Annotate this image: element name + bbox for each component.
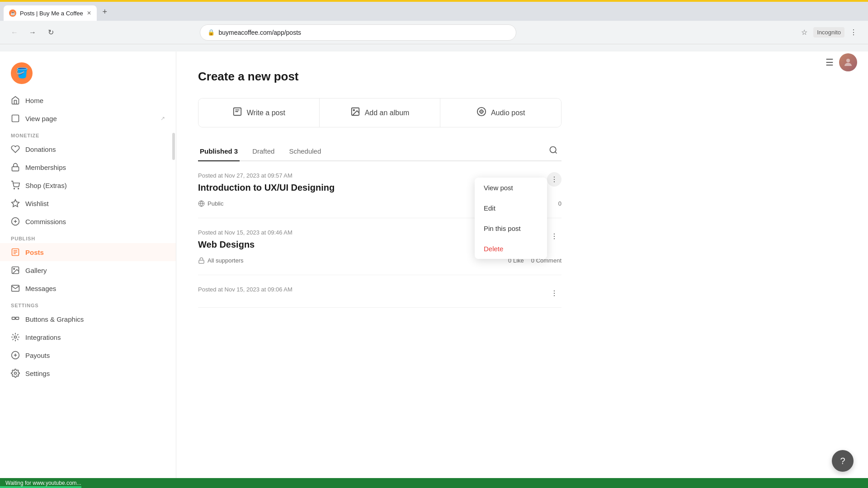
svg-rect-15: [16, 317, 19, 319]
like-count: 0: [558, 200, 561, 207]
tab-drafted[interactable]: Drafted: [250, 142, 276, 161]
sidebar-item-messages[interactable]: Messages: [0, 279, 176, 297]
post-stats: 0: [558, 200, 561, 207]
svg-rect-14: [12, 317, 15, 319]
close-tab-icon[interactable]: ✕: [87, 10, 91, 16]
svg-point-2: [14, 188, 15, 189]
sidebar-item-donations[interactable]: Donations: [0, 140, 176, 158]
heart-icon: [11, 145, 20, 154]
lock-icon: [198, 257, 205, 264]
lock-icon: 🔒: [208, 29, 215, 36]
svg-marker-4: [12, 200, 19, 207]
tab-scheduled[interactable]: Scheduled: [287, 142, 323, 161]
svg-point-36: [554, 234, 555, 235]
sidebar-item-wishlist[interactable]: Wishlist: [0, 194, 176, 212]
bookmark-icon[interactable]: ☆: [797, 25, 811, 40]
svg-rect-35: [199, 260, 204, 263]
more-options-button[interactable]: [547, 172, 561, 187]
sidebar-item-view-page[interactable]: View page ↗: [0, 109, 176, 127]
more-options-button[interactable]: [547, 229, 561, 244]
add-album-label: Add an album: [365, 109, 410, 117]
svg-point-34: [554, 181, 555, 182]
posts-icon: [11, 248, 20, 257]
help-button[interactable]: ?: [832, 450, 854, 472]
search-posts-button[interactable]: [545, 142, 561, 160]
globe-icon: [198, 200, 205, 207]
menu-icon[interactable]: ⋮: [846, 25, 861, 40]
sidebar-item-buttons-graphics[interactable]: Buttons & Graphics: [0, 310, 176, 328]
integrations-icon: [11, 333, 20, 342]
more-options-button[interactable]: [547, 286, 561, 300]
sidebar-item-payouts[interactable]: Payouts: [0, 346, 176, 364]
svg-point-41: [554, 295, 555, 296]
tab-bar: ☕ Posts | Buy Me a Coffee ✕ +: [0, 2, 868, 21]
pin-post-option[interactable]: Pin this post: [475, 218, 547, 239]
post-dropdown-menu: View post Edit Pin this post Delete: [475, 178, 547, 259]
page-title: Create a new post: [198, 70, 561, 84]
audio-post-icon: [476, 107, 486, 119]
avatar[interactable]: [839, 53, 857, 71]
sidebar-item-label: Integrations: [25, 333, 61, 341]
svg-line-29: [555, 152, 557, 154]
new-tab-button[interactable]: +: [99, 5, 111, 18]
buttons-icon: [11, 314, 20, 324]
post-visibility: All supporters: [198, 257, 243, 264]
sidebar-item-integrations[interactable]: Integrations: [0, 328, 176, 346]
svg-point-13: [14, 268, 14, 270]
sidebar-item-settings[interactable]: Settings: [0, 364, 176, 382]
audio-post-button[interactable]: Audio post: [440, 99, 561, 127]
main-content-area: Create a new post Write a post Add an al…: [176, 52, 868, 488]
sidebar-item-posts[interactable]: Posts: [0, 243, 176, 261]
profile-switcher[interactable]: Incognito: [813, 27, 844, 38]
scrollbar[interactable]: [172, 133, 175, 160]
logo-icon: 🪣: [11, 62, 33, 84]
payouts-icon: [11, 351, 20, 360]
loading-progress-bar: [0, 486, 81, 488]
sidebar-item-label: Memberships: [25, 164, 66, 171]
tab-published[interactable]: Published 3: [198, 142, 240, 161]
svg-point-38: [554, 238, 555, 239]
sidebar-item-commissions[interactable]: Commissions: [0, 212, 176, 230]
sidebar-item-label: Wishlist: [25, 200, 49, 207]
delete-post-option[interactable]: Delete: [475, 239, 547, 259]
view-post-option[interactable]: View post: [475, 178, 547, 198]
back-button[interactable]: ←: [7, 25, 22, 40]
home-icon: [11, 96, 20, 105]
sidebar-item-label: Posts: [25, 249, 44, 256]
sidebar-item-label: Commissions: [25, 218, 66, 225]
edit-post-option[interactable]: Edit: [475, 198, 547, 218]
svg-point-25: [353, 109, 354, 111]
sidebar-item-label: Settings: [25, 370, 50, 377]
sidebar-item-label: Gallery: [25, 267, 47, 274]
sidebar-item-memberships[interactable]: Memberships: [0, 158, 176, 176]
sidebar-item-shop-extras[interactable]: Shop (Extras): [0, 176, 176, 194]
svg-point-20: [14, 372, 17, 375]
svg-point-33: [554, 179, 555, 180]
reload-button[interactable]: ↻: [43, 25, 58, 40]
write-post-button[interactable]: Write a post: [198, 99, 320, 127]
app-header-right: ☰: [826, 53, 857, 71]
sidebar-nav-main: Home View page ↗ MONETIZE Donations Memb…: [0, 91, 176, 389]
svg-point-40: [554, 293, 555, 294]
sidebar-item-label: Shop (Extras): [25, 182, 67, 189]
lock-icon: [11, 163, 20, 172]
sidebar-item-home[interactable]: Home: [0, 91, 176, 109]
posts-tabs: Published 3 Drafted Scheduled: [198, 142, 561, 161]
hamburger-button[interactable]: ☰: [826, 57, 834, 68]
browser-tab[interactable]: ☕ Posts | Buy Me a Coffee ✕: [4, 5, 97, 21]
add-album-button[interactable]: Add an album: [320, 99, 441, 127]
url-text: buymeacoffee.com/app/posts: [218, 29, 301, 36]
forward-button[interactable]: →: [25, 25, 40, 40]
write-post-label: Write a post: [247, 109, 285, 117]
svg-point-28: [550, 147, 556, 153]
wishlist-icon: [11, 199, 20, 208]
gallery-icon: [11, 266, 20, 275]
settings-icon: [11, 369, 20, 378]
external-link-icon: [11, 114, 20, 123]
address-bar[interactable]: 🔒 buymeacoffee.com/app/posts: [200, 24, 516, 41]
svg-point-16: [14, 336, 17, 338]
sidebar-item-gallery[interactable]: Gallery: [0, 261, 176, 279]
write-post-icon: [232, 107, 242, 119]
app: 🪣 Home View page ↗ MONETIZE Donations Me…: [0, 52, 868, 488]
posts-list: Posted at Nov 27, 2023 at 09:57 AM Intro…: [198, 161, 561, 308]
